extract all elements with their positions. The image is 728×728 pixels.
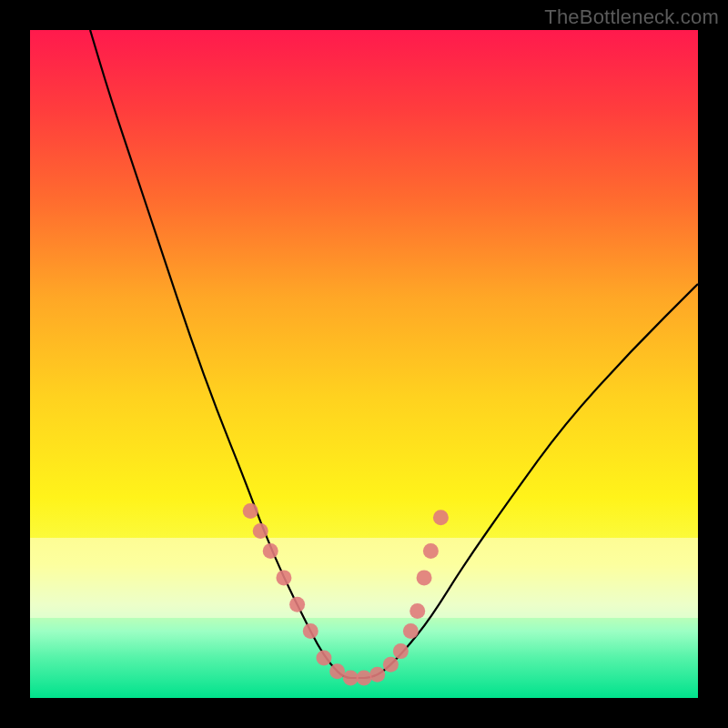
marker-dot — [383, 657, 399, 672]
highlighted-points — [243, 503, 449, 686]
marker-dot — [369, 667, 385, 682]
marker-dot — [316, 650, 331, 665]
chart-svg — [30, 30, 698, 698]
marker-dot — [423, 543, 439, 559]
chart-plot-area — [30, 30, 698, 698]
chart-frame: TheBottleneck.com — [0, 0, 728, 728]
marker-dot — [263, 543, 278, 559]
marker-dot — [410, 603, 425, 619]
marker-dot — [303, 623, 318, 639]
marker-dot — [243, 503, 258, 519]
marker-dot — [276, 570, 291, 585]
marker-dot — [253, 523, 268, 539]
marker-dot — [403, 623, 419, 639]
marker-dot — [433, 510, 449, 525]
marker-dot — [357, 670, 372, 685]
bottleneck-curve — [90, 30, 698, 678]
marker-dot — [289, 597, 305, 612]
marker-dot — [329, 663, 345, 679]
marker-dot — [343, 670, 359, 685]
watermark-text: TheBottleneck.com — [544, 5, 719, 29]
marker-dot — [393, 643, 409, 659]
marker-dot — [417, 570, 432, 585]
